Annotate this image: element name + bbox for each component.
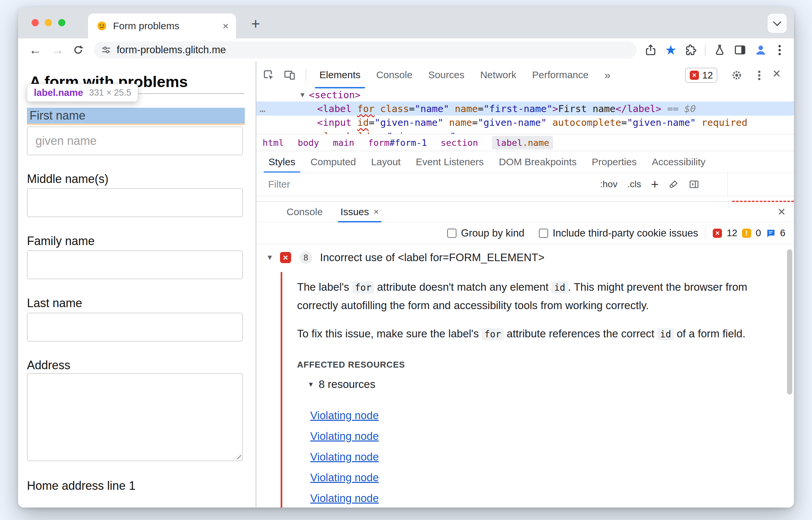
tab-console[interactable]: Console <box>369 61 420 88</box>
reload-button[interactable] <box>73 44 84 55</box>
tab-performance[interactable]: Performance <box>524 61 597 88</box>
chevron-down-icon <box>773 18 781 26</box>
side-panel-button[interactable] <box>734 44 746 56</box>
last-name-input[interactable] <box>27 313 243 342</box>
zoom-window-button[interactable] <box>58 19 66 26</box>
address-label: Address <box>27 358 70 372</box>
issues-count-button[interactable]: × 12 <box>685 68 717 83</box>
node-menu-icon[interactable]: … <box>260 103 266 114</box>
dashed-red-divider <box>732 201 794 202</box>
element-classes-button[interactable]: .cls <box>627 179 641 189</box>
devtools-menu-button[interactable] <box>752 68 766 82</box>
group-by-kind-checkbox[interactable] <box>447 229 456 238</box>
crumb-label-selected[interactable]: label.name <box>492 136 553 150</box>
drawer-menu-button[interactable] <box>265 211 272 213</box>
element-state-button[interactable]: :hov <box>600 179 617 189</box>
minimize-window-button[interactable] <box>45 19 52 26</box>
expand-arrow-icon[interactable]: ▼ <box>299 91 306 99</box>
drawer-scrollbar[interactable] <box>787 249 792 394</box>
extensions-button[interactable] <box>685 44 697 56</box>
violating-node-link[interactable]: Violating node <box>310 451 379 463</box>
issue-count-badge: 8 <box>300 251 312 264</box>
crumb-form[interactable]: form#form-1 <box>368 138 427 148</box>
crumb-body[interactable]: body <box>298 138 319 148</box>
issue-header[interactable]: ▼ × 8 Incorrect use of <label for=FORM_E… <box>266 251 544 264</box>
forward-button[interactable]: → <box>50 44 65 56</box>
tab-layout[interactable]: Layout <box>363 151 408 173</box>
issue-error-icon: × <box>280 252 291 263</box>
family-name-label: Family name <box>27 234 95 248</box>
browser-window: Form problems × + ← → form-problems.glit… <box>18 7 794 508</box>
drawer-tab-console[interactable]: Console <box>283 202 326 223</box>
address-textarea[interactable] <box>27 373 243 461</box>
tab-properties[interactable]: Properties <box>584 151 644 173</box>
tab-event-listeners[interactable]: Event Listeners <box>408 151 491 173</box>
share-icon <box>644 44 657 56</box>
collapse-arrow-icon[interactable]: ▼ <box>266 253 273 262</box>
tree-node-label-selected[interactable]: … <label for class="name" name="first-na… <box>256 102 794 115</box>
drawer-close-button[interactable]: × <box>778 205 785 218</box>
violating-node-link[interactable]: Violating node <box>310 410 379 421</box>
paintbrush-icon <box>668 179 679 189</box>
close-window-button[interactable] <box>31 19 39 26</box>
devtools-drawer: Console Issues × × Group by kind Include… <box>256 201 794 508</box>
tree-node-input[interactable]: <input id="given-name" name="given-name"… <box>256 115 794 129</box>
back-button[interactable]: ← <box>28 44 43 56</box>
violating-node-link[interactable]: Violating node <box>310 431 379 442</box>
tab-computed[interactable]: Computed <box>303 151 363 173</box>
warning-count-icon: ! <box>742 229 751 238</box>
tree-node-input-continued[interactable]: placeholder="given name"> <box>256 129 794 134</box>
tab-sources[interactable]: Sources <box>420 61 472 88</box>
issues-list: ▼ × 8 Incorrect use of <label for=FORM_E… <box>256 244 794 508</box>
crumb-main[interactable]: main <box>333 138 354 148</box>
url-text: form-problems.glitch.me <box>117 44 226 56</box>
violating-node-link[interactable]: Violating node <box>310 472 379 483</box>
sidebar-toggle-icon <box>689 179 699 189</box>
address-bar[interactable]: form-problems.glitch.me <box>94 42 636 58</box>
tab-title: Form problems <box>113 20 223 31</box>
crumb-section[interactable]: section <box>441 138 478 148</box>
styles-sidebar-tabs: Styles Computed Layout Event Listeners D… <box>256 151 794 173</box>
new-tab-button[interactable]: + <box>247 15 265 33</box>
devtools-close-button[interactable]: × <box>772 67 781 80</box>
filter-separator <box>728 173 728 196</box>
tab-dom-breakpoints[interactable]: DOM Breakpoints <box>491 151 584 173</box>
share-button[interactable] <box>644 44 657 56</box>
profile-button[interactable] <box>754 43 767 56</box>
drawer-tab-issues[interactable]: Issues × <box>337 202 382 223</box>
browser-menu-button[interactable] <box>775 49 784 51</box>
given-name-input[interactable] <box>27 127 243 155</box>
browser-tab[interactable]: Form problems × <box>88 14 236 38</box>
collapse-arrow-icon[interactable]: ▼ <box>308 381 314 388</box>
computed-sidebar-toggle-button[interactable] <box>689 179 699 189</box>
last-name-label: Last name <box>27 296 82 310</box>
crumb-html[interactable]: html <box>262 138 284 148</box>
resources-summary[interactable]: ▼ 8 resources <box>308 378 375 391</box>
tab-accessibility[interactable]: Accessibility <box>644 151 713 173</box>
device-toolbar-button[interactable] <box>283 68 297 82</box>
middle-name-label: Middle name(s) <box>27 172 108 186</box>
experiments-button[interactable] <box>713 44 726 56</box>
inspected-label-highlight[interactable]: First name <box>27 108 245 124</box>
tab-close-icon[interactable]: × <box>223 21 229 31</box>
inspect-element-button[interactable] <box>261 68 276 82</box>
bookmark-star-icon[interactable]: ★ <box>665 43 677 56</box>
devtools-settings-button[interactable] <box>730 68 744 82</box>
new-style-rule-button[interactable]: + <box>651 178 659 191</box>
more-tabs-button[interactable]: » <box>597 61 618 88</box>
site-settings-icon[interactable] <box>101 45 111 55</box>
tree-node-section[interactable]: ▼ <section> <box>256 88 794 102</box>
tab-styles[interactable]: Styles <box>261 151 303 173</box>
family-name-input[interactable] <box>27 250 243 279</box>
styles-filter-input[interactable]: Filter <box>268 179 290 190</box>
middle-name-input[interactable] <box>27 188 243 217</box>
tab-elements[interactable]: Elements <box>311 61 369 88</box>
tab-network[interactable]: Network <box>472 61 524 88</box>
tab-search-button[interactable] <box>768 14 787 33</box>
web-page: A form with problems label.name 331 × 25… <box>18 61 256 508</box>
issues-tab-close-icon[interactable]: × <box>374 207 379 217</box>
main-content: A form with problems label.name 331 × 25… <box>18 61 794 508</box>
rendering-emulation-button[interactable] <box>668 179 679 189</box>
third-party-checkbox[interactable] <box>539 229 548 238</box>
violating-node-link[interactable]: Violating node <box>310 493 379 504</box>
